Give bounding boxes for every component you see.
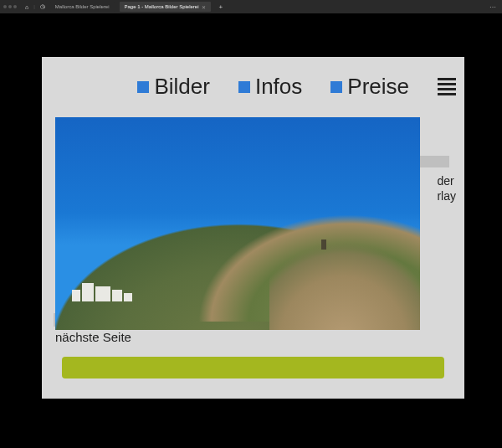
home-icon[interactable]: ⌂ (25, 4, 28, 10)
text-fragment: der (437, 174, 456, 189)
nav-label: Bilder (154, 74, 209, 100)
tab-document-active[interactable]: Page 1 - Mallorca Bilder Spielerei ✕ (120, 2, 211, 12)
app-title-bar: ⌂ | ◷ Mallorca Bilder Spielerei Page 1 -… (0, 0, 502, 13)
buildings-graphic (72, 283, 132, 301)
close-icon[interactable]: ✕ (202, 4, 206, 10)
next-page-link[interactable]: nächste Seite (55, 330, 131, 344)
tab-document-inactive[interactable]: Mallorca Bilder Spielerei (50, 2, 115, 12)
hero-image-overlay[interactable] (55, 117, 420, 330)
nav-item-infos[interactable]: Infos (238, 74, 302, 100)
accent-bar (62, 357, 444, 378)
new-tab-button[interactable]: + (216, 3, 227, 11)
nav-item-preise[interactable]: Preise (330, 74, 409, 100)
nav-item-bilder[interactable]: Bilder (137, 74, 209, 100)
placeholder-box (416, 156, 449, 167)
square-bullet-icon (137, 81, 149, 93)
top-nav: Bilder Infos Preise (42, 74, 464, 100)
landscape-graphic (55, 228, 420, 330)
artboard: Bilder Infos Preise der rlay nä (42, 57, 464, 399)
nav-label: Preise (347, 74, 409, 100)
separator: | (33, 4, 35, 9)
nav-label: Infos (255, 74, 302, 100)
tower-graphic (321, 239, 326, 250)
clock-icon[interactable]: ◷ (40, 3, 45, 10)
overlay-clipped-text: der rlay (437, 174, 456, 203)
tab-label: Page 1 - Mallorca Bilder Spielerei (125, 4, 199, 9)
more-icon[interactable]: ⋯ (489, 3, 499, 11)
text-fragment: rlay (437, 189, 456, 204)
square-bullet-icon (330, 81, 342, 93)
tab-label: Mallorca Bilder Spielerei (55, 4, 110, 9)
hamburger-menu-icon[interactable] (438, 78, 456, 95)
square-bullet-icon (238, 81, 250, 93)
window-traffic-lights[interactable] (3, 5, 17, 8)
